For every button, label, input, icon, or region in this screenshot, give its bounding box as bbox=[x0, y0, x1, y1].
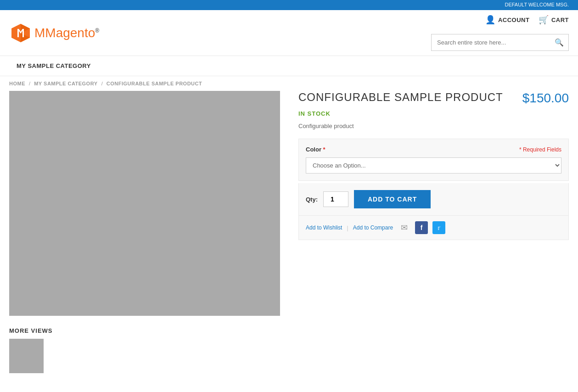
breadcrumb-sep-2: / bbox=[101, 81, 103, 86]
qty-input[interactable] bbox=[323, 191, 348, 207]
color-select[interactable]: Choose an Option... Red Blue Green bbox=[306, 157, 561, 174]
search-input[interactable] bbox=[432, 35, 550, 50]
top-bar: DEFAULT WELCOME MSG. bbox=[0, 0, 578, 10]
product-main-image[interactable] bbox=[9, 91, 280, 316]
color-required-star: * bbox=[323, 146, 325, 153]
header-actions: 👤 ACCOUNT 🛒 CART bbox=[485, 15, 569, 25]
qty-cart-row: Qty: ADD TO CART bbox=[298, 183, 569, 216]
nav-list: MY SAMPLE CATEGORY bbox=[9, 56, 569, 76]
product-description: Configurable product bbox=[298, 123, 569, 129]
search-icon: 🔍 bbox=[555, 39, 564, 46]
header: MMagento® 👤 ACCOUNT 🛒 CART 🔍 bbox=[0, 10, 578, 56]
user-icon: 👤 bbox=[485, 15, 496, 25]
color-option-row: Color * * Required Fields bbox=[306, 146, 561, 153]
cart-link[interactable]: 🛒 CART bbox=[539, 15, 569, 25]
breadcrumb-category[interactable]: MY SAMPLE CATEGORY bbox=[34, 81, 97, 86]
product-info: CONFIGURABLE SAMPLE PRODUCT $150.00 IN S… bbox=[298, 91, 569, 373]
required-fields-note: * Required Fields bbox=[519, 146, 561, 153]
logo-text: MMagento® bbox=[34, 26, 99, 40]
search-button[interactable]: 🔍 bbox=[550, 34, 568, 50]
social-divider-1: | bbox=[347, 224, 348, 231]
social-actions: Add to Wishlist | Add to Compare ✉ f 𝕣 bbox=[298, 216, 569, 240]
product-thumbnail[interactable] bbox=[9, 339, 44, 373]
facebook-share-icon[interactable]: f bbox=[415, 221, 428, 234]
breadcrumb: HOME / MY SAMPLE CATEGORY / CONFIGURABLE… bbox=[0, 76, 578, 91]
wishlist-link[interactable]: Add to Wishlist bbox=[306, 224, 342, 231]
search-bar: 🔍 bbox=[431, 34, 569, 51]
twitter-share-icon[interactable]: 𝕣 bbox=[432, 221, 445, 234]
email-share-icon[interactable]: ✉ bbox=[398, 221, 410, 234]
breadcrumb-current: CONFIGURABLE SAMPLE PRODUCT bbox=[107, 81, 202, 86]
breadcrumb-home[interactable]: HOME bbox=[9, 81, 25, 86]
nav-item-sample-category: MY SAMPLE CATEGORY bbox=[9, 56, 98, 76]
svg-marker-3 bbox=[11, 24, 21, 42]
main-content: MORE VIEWS CONFIGURABLE SAMPLE PRODUCT $… bbox=[0, 91, 578, 387]
nav-bar: MY SAMPLE CATEGORY bbox=[0, 56, 578, 76]
breadcrumb-sep-1: / bbox=[29, 81, 30, 86]
cart-icon: 🛒 bbox=[539, 15, 549, 25]
stock-status: IN STOCK bbox=[298, 110, 569, 117]
options-section: Color * * Required Fields Choose an Opti… bbox=[298, 139, 569, 181]
more-views-title: MORE VIEWS bbox=[9, 327, 280, 334]
qty-label: Qty: bbox=[306, 196, 318, 203]
product-image-section: MORE VIEWS bbox=[9, 91, 280, 373]
welcome-message: DEFAULT WELCOME MSG. bbox=[505, 2, 569, 7]
product-price: $150.00 bbox=[522, 91, 569, 106]
magento-logo-icon bbox=[9, 22, 32, 45]
logo[interactable]: MMagento® bbox=[9, 22, 99, 45]
add-to-cart-button[interactable]: ADD TO CART bbox=[354, 190, 431, 208]
account-link[interactable]: 👤 ACCOUNT bbox=[485, 15, 529, 25]
product-title: CONFIGURABLE SAMPLE PRODUCT bbox=[298, 91, 513, 104]
color-label: Color * bbox=[306, 146, 325, 153]
nav-link-sample-category[interactable]: MY SAMPLE CATEGORY bbox=[9, 56, 98, 76]
compare-link[interactable]: Add to Compare bbox=[353, 224, 393, 231]
product-header: CONFIGURABLE SAMPLE PRODUCT $150.00 bbox=[298, 91, 569, 106]
header-right: 👤 ACCOUNT 🛒 CART 🔍 bbox=[431, 15, 569, 51]
